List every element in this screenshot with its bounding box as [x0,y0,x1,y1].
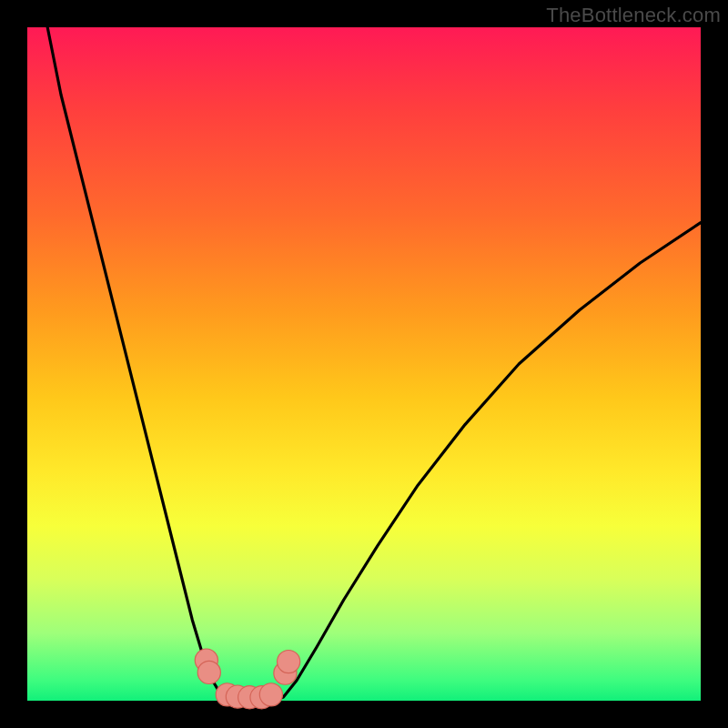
watermark-text: TheBottleneck.com [546,4,721,27]
plot-area [27,27,701,701]
markers-group [195,649,299,709]
curve-svg [27,27,701,701]
curve-layer [47,27,701,701]
chart-frame: TheBottleneck.com [0,0,728,728]
marker-point [197,661,220,683]
marker-point [278,651,300,673]
bottleneck-curve [47,27,701,701]
marker-point [259,683,282,706]
